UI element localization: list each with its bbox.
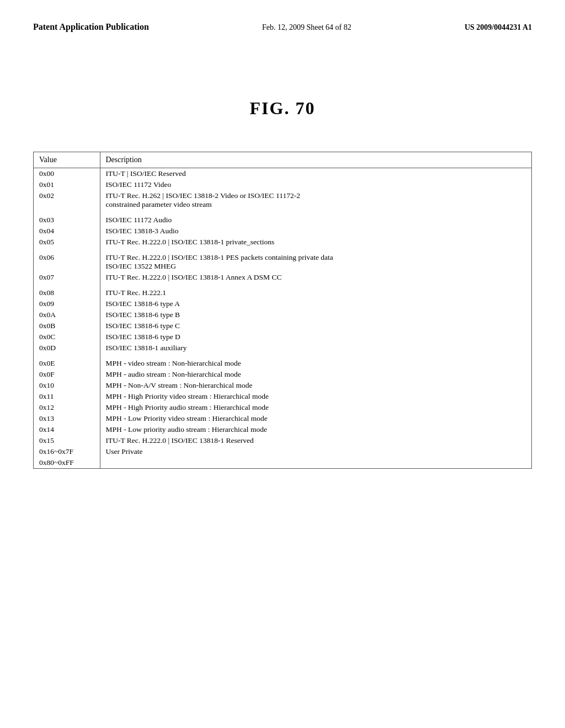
cell-description: ISO/IEC 13818-6 type B: [100, 309, 531, 320]
cell-description: ITU-T Rec. H.222.1: [100, 287, 531, 298]
table-container: Value Description 0x00ITU-T | ISO/IEC Re…: [33, 152, 532, 469]
cell-description: ISO/IEC 13818-6 type D: [100, 331, 531, 342]
cell-description: ISO/IEC 13818-1 auxiliary: [100, 342, 531, 354]
cell-value: 0x04: [34, 226, 100, 237]
cell-value: 0x00: [34, 168, 100, 180]
cell-description: MPH - Low Priority video stream : Hierar…: [100, 413, 531, 424]
cell-value: 0x12: [34, 402, 100, 413]
cell-value: 0x0A: [34, 309, 100, 320]
table-row: 0x0BISO/IEC 13818-6 type C: [34, 320, 531, 331]
cell-description: ISO/IEC 13818-3 Audio: [100, 226, 531, 237]
table-row: 0x06ITU-T Rec. H.222.0 | ISO/IEC 13818-1…: [34, 252, 531, 272]
table-row: 0x03ISO/IEC 11172 Audio: [34, 215, 531, 226]
cell-value: 0x15: [34, 435, 100, 446]
table-row: 0x0CISO/IEC 13818-6 type D: [34, 331, 531, 342]
page-header: Patent Application Publication Feb. 12, …: [0, 0, 565, 43]
cell-value: 0x10: [34, 380, 100, 391]
table-row: 0x07ITU-T Rec. H.222.0 | ISO/IEC 13818-1…: [34, 272, 531, 283]
cell-value: 0x0C: [34, 331, 100, 342]
table-row: 0x04ISO/IEC 13818-3 Audio: [34, 226, 531, 237]
col-header-description: Description: [100, 152, 531, 168]
cell-value: 0x14: [34, 424, 100, 435]
cell-description: MPH - Low priority audio stream : Hierar…: [100, 424, 531, 435]
data-table: Value Description 0x00ITU-T | ISO/IEC Re…: [34, 152, 531, 468]
table-header-row: Value Description: [34, 152, 531, 168]
table-spacer-row: [34, 354, 531, 358]
cell-description: ITU-T Rec. H.222.0 | ISO/IEC 13818-1 PES…: [100, 252, 531, 272]
cell-value: 0x0E: [34, 358, 100, 369]
table-row: 0x01ISO/IEC 11172 Video: [34, 179, 531, 190]
cell-value: 0x0B: [34, 320, 100, 331]
table-row: 0x05ITU-T Rec. H.222.0 | ISO/IEC 13818-1…: [34, 237, 531, 248]
cell-description: MPH - audio stream : Non-hierarchical mo…: [100, 369, 531, 380]
cell-description: MPH - video stream : Non-hierarchical mo…: [100, 358, 531, 369]
cell-value: 0x0F: [34, 369, 100, 380]
cell-value: 0x11: [34, 391, 100, 402]
header-center: Feb. 12, 2009 Sheet 64 of 82: [262, 23, 351, 32]
header-left: Patent Application Publication: [33, 22, 149, 32]
table-row: 0x13MPH - Low Priority video stream : Hi…: [34, 413, 531, 424]
table-spacer-row: [34, 248, 531, 252]
table-row: 0x0AISO/IEC 13818-6 type B: [34, 309, 531, 320]
table-row: 0x0EMPH - video stream : Non-hierarchica…: [34, 358, 531, 369]
cell-value: 0x05: [34, 237, 100, 248]
table-row: 0x12MPH - High Priority audio stream : H…: [34, 402, 531, 413]
cell-description: ITU-T | ISO/IEC Reserved: [100, 168, 531, 180]
cell-description: ITU-T Rec. H.222.0 | ISO/IEC 13818-1 pri…: [100, 237, 531, 248]
cell-description: ITU-T Rec. H.222.0 | ISO/IEC 13818-1 Ann…: [100, 272, 531, 283]
cell-description: ITU-T Rec. H.222.0 | ISO/IEC 13818-1 Res…: [100, 435, 531, 446]
table-row: 0x15ITU-T Rec. H.222.0 | ISO/IEC 13818-1…: [34, 435, 531, 446]
cell-value: 0x80~0xFF: [34, 457, 100, 468]
table-row: 0x14MPH - Low priority audio stream : Hi…: [34, 424, 531, 435]
table-row: 0x80~0xFF: [34, 457, 531, 468]
cell-value: 0x13: [34, 413, 100, 424]
cell-value: 0x02: [34, 190, 100, 210]
table-row: 0x08ITU-T Rec. H.222.1: [34, 287, 531, 298]
table-row: 0x00ITU-T | ISO/IEC Reserved: [34, 168, 531, 180]
cell-value: 0x03: [34, 215, 100, 226]
cell-value: 0x01: [34, 179, 100, 190]
table-row: 0x10MPH - Non-A/V stream : Non-hierarchi…: [34, 380, 531, 391]
table-spacer-row: [34, 210, 531, 215]
table-row: 0x0FMPH - audio stream : Non-hierarchica…: [34, 369, 531, 380]
cell-description: ISO/IEC 11172 Audio: [100, 215, 531, 226]
cell-value: 0x0D: [34, 342, 100, 354]
cell-value: 0x07: [34, 272, 100, 283]
col-header-value: Value: [34, 152, 100, 168]
cell-value: 0x16~0x7F: [34, 446, 100, 457]
cell-description: MPH - High Priority video stream : Hiera…: [100, 391, 531, 402]
cell-description: [100, 457, 531, 468]
cell-description: ISO/IEC 11172 Video: [100, 179, 531, 190]
table-row: 0x16~0x7FUser Private: [34, 446, 531, 457]
table-row: 0x0DISO/IEC 13818-1 auxiliary: [34, 342, 531, 354]
cell-description: User Private: [100, 446, 531, 457]
table-spacer-row: [34, 283, 531, 287]
cell-value: 0x09: [34, 298, 100, 309]
cell-value: 0x06: [34, 252, 100, 272]
table-row: 0x02ITU-T Rec. H.262 | ISO/IEC 13818-2 V…: [34, 190, 531, 210]
cell-description: MPH - Non-A/V stream : Non-hierarchical …: [100, 380, 531, 391]
cell-value: 0x08: [34, 287, 100, 298]
figure-title: FIG. 70: [0, 98, 565, 119]
table-row: 0x11MPH - High Priority video stream : H…: [34, 391, 531, 402]
table-row: 0x09ISO/IEC 13818-6 type A: [34, 298, 531, 309]
header-right: US 2009/0044231 A1: [465, 23, 532, 32]
cell-description: ISO/IEC 13818-6 type C: [100, 320, 531, 331]
cell-description: ITU-T Rec. H.262 | ISO/IEC 13818-2 Video…: [100, 190, 531, 210]
cell-description: ISO/IEC 13818-6 type A: [100, 298, 531, 309]
cell-description: MPH - High Priority audio stream : Hiera…: [100, 402, 531, 413]
